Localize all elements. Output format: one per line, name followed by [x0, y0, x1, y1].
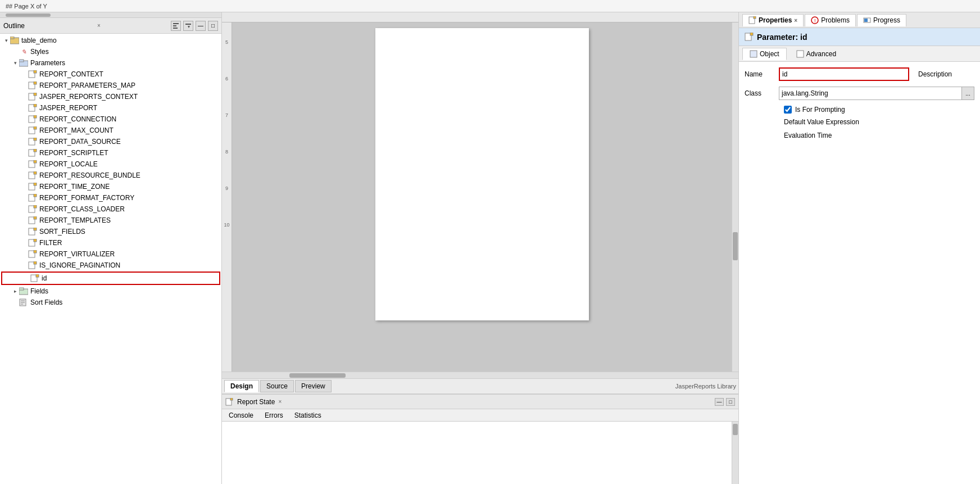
- tree-item-REPORT_CONTEXT[interactable]: REPORT_CONTEXT: [0, 69, 221, 80]
- class-input-group: ...: [779, 87, 974, 100]
- scroll-thumb[interactable]: [6, 13, 51, 17]
- rs-vscroll[interactable]: [732, 422, 738, 484]
- tree-fields-label: Fields: [30, 287, 48, 295]
- tree-item-REPORT_FORMAT_FACTORY[interactable]: REPORT_FORMAT_FACTORY: [0, 192, 221, 203]
- outline-title: Outline: [3, 22, 25, 30]
- subtab-object[interactable]: Object: [742, 48, 787, 60]
- tree-item-REPORT_VIRTUALIZER[interactable]: REPORT_VIRTUALIZER: [0, 248, 221, 260]
- tree-item-REPORT_TEMPLATES[interactable]: REPORT_TEMPLATES: [0, 215, 221, 226]
- report-canvas: [375, 28, 589, 320]
- class-input[interactable]: [779, 87, 962, 100]
- report-state-close[interactable]: ×: [278, 399, 282, 405]
- root-arrow: ▾: [2, 37, 10, 44]
- tree-item-SORT_FIELDS[interactable]: SORT_FIELDS: [0, 226, 221, 237]
- svg-rect-62: [750, 33, 753, 35]
- tab-properties[interactable]: Properties ×: [742, 14, 804, 26]
- svg-rect-26: [34, 160, 37, 163]
- top-bar: ## Page X of Y: [0, 0, 980, 12]
- tree-item-IS_IGNORE_PAGINATION[interactable]: IS_IGNORE_PAGINATION: [0, 260, 221, 271]
- outline-close[interactable]: ×: [97, 22, 101, 29]
- sort-fields-arrow: [11, 298, 19, 306]
- problems-icon: !: [811, 16, 819, 24]
- tab-progress[interactable]: Progress: [857, 14, 906, 26]
- name-label: Name: [745, 70, 775, 78]
- outline-tree[interactable]: ▾ table_demo ✎ Styles ▾: [0, 34, 221, 484]
- fields-icon: [19, 287, 28, 296]
- parameters-icon: [19, 58, 28, 67]
- svg-rect-14: [34, 93, 37, 96]
- rs-subtab-errors[interactable]: Errors: [260, 410, 288, 420]
- tree-item-REPORT_CONNECTION[interactable]: REPORT_CONNECTION: [0, 114, 221, 125]
- ruler-10: 10: [224, 222, 229, 228]
- tree-label: REPORT_PARAMETERS_MAP: [39, 82, 135, 89]
- outline-minimize-btn[interactable]: —: [196, 21, 206, 31]
- rs-maximize-btn[interactable]: □: [726, 398, 735, 406]
- editor-vscroll[interactable]: [732, 22, 738, 372]
- tree-item-id[interactable]: id: [1, 272, 220, 285]
- tree-item-parameters[interactable]: ▾ Parameters: [0, 57, 221, 69]
- param-icon: [28, 193, 37, 202]
- param-icon: [28, 115, 37, 124]
- outline-maximize-btn[interactable]: □: [208, 21, 218, 31]
- tree-item-FILTER[interactable]: FILTER: [0, 237, 221, 248]
- tree-item-fields[interactable]: ▸ Fields: [0, 286, 221, 297]
- outline-collapse-btn[interactable]: [171, 21, 181, 31]
- tree-root-label: table_demo: [21, 37, 57, 44]
- param-icon: [28, 160, 37, 169]
- svg-rect-32: [34, 194, 37, 197]
- tree-item-REPORT_RESOURCE_BUNDLE[interactable]: REPORT_RESOURCE_BUNDLE: [0, 170, 221, 181]
- editor-area: 5 6 7 8 9 10: [222, 22, 738, 372]
- tree-item-JASPER_REPORTS_CONTEXT[interactable]: JASPER_REPORTS_CONTEXT: [0, 91, 221, 102]
- class-browse-btn[interactable]: ...: [962, 87, 974, 100]
- tree-item-REPORT_PARAMETERS_MAP[interactable]: REPORT_PARAMETERS_MAP: [0, 80, 221, 91]
- tab-preview[interactable]: Preview: [295, 380, 332, 392]
- arrow: [20, 160, 28, 168]
- tab-problems[interactable]: ! Problems: [805, 14, 856, 26]
- subtab-advanced[interactable]: Advanced: [789, 48, 843, 60]
- editor-hscroll[interactable]: [222, 372, 738, 378]
- tree-label: SORT_FIELDS: [39, 228, 85, 236]
- tree-item-REPORT_MAX_COUNT[interactable]: REPORT_MAX_COUNT: [0, 125, 221, 136]
- arrow: [20, 93, 28, 101]
- is-for-prompting-checkbox[interactable]: [784, 106, 792, 114]
- name-input[interactable]: [779, 67, 909, 81]
- tree-item-REPORT_LOCALE[interactable]: REPORT_LOCALE: [0, 159, 221, 170]
- tree-label: IS_IGNORE_PAGINATION: [39, 261, 120, 269]
- arrow: [20, 70, 28, 78]
- rs-vscroll-thumb[interactable]: [733, 424, 738, 435]
- editor-hscroll-thumb[interactable]: [289, 373, 346, 378]
- rs-subtab-console[interactable]: Console: [224, 410, 258, 420]
- tree-item-REPORT_DATA_SOURCE[interactable]: REPORT_DATA_SOURCE: [0, 136, 221, 147]
- arrow: [20, 138, 28, 146]
- rs-minimize-btn[interactable]: —: [715, 398, 724, 406]
- tree-label: REPORT_LOCALE: [39, 160, 98, 168]
- tab-design[interactable]: Design: [224, 380, 259, 392]
- scroll-indicator[interactable]: [0, 12, 221, 18]
- arrow: [20, 194, 28, 202]
- tree-item-REPORT_TIME_ZONE[interactable]: REPORT_TIME_ZONE: [0, 181, 221, 192]
- outline-expand-btn[interactable]: [183, 21, 193, 31]
- rs-subtab-statistics[interactable]: Statistics: [290, 410, 326, 420]
- fields-arrow: ▸: [11, 287, 19, 295]
- tree-item-REPORT_CLASS_LOADER[interactable]: REPORT_CLASS_LOADER: [0, 203, 221, 215]
- tree-item-sort-fields[interactable]: Sort Fields: [0, 297, 221, 308]
- props-tabbar: Properties × ! Problems Progress: [739, 12, 980, 28]
- tree-root[interactable]: ▾ table_demo: [0, 35, 221, 46]
- tree-item-JASPER_REPORT[interactable]: JASPER_REPORT: [0, 102, 221, 114]
- tree-item-styles[interactable]: ✎ Styles: [0, 46, 221, 57]
- param-icon: [28, 250, 37, 259]
- svg-rect-44: [34, 261, 37, 264]
- progress-icon: [863, 16, 871, 24]
- param-icon: [28, 216, 37, 225]
- props-subtabs: Object Advanced: [739, 46, 980, 62]
- properties-tab-close[interactable]: ×: [794, 17, 797, 24]
- tab-source[interactable]: Source: [260, 380, 294, 392]
- tree-sort-fields-label: Sort Fields: [30, 298, 62, 306]
- tree-label: REPORT_TEMPLATES: [39, 216, 111, 224]
- props-title-icon: [745, 33, 754, 42]
- svg-rect-56: [754, 16, 756, 19]
- canvas-area[interactable]: [232, 22, 732, 372]
- editor-vscroll-thumb[interactable]: [733, 232, 738, 260]
- arrow: [20, 239, 28, 247]
- tree-item-REPORT_SCRIPTLET[interactable]: REPORT_SCRIPTLET: [0, 147, 221, 159]
